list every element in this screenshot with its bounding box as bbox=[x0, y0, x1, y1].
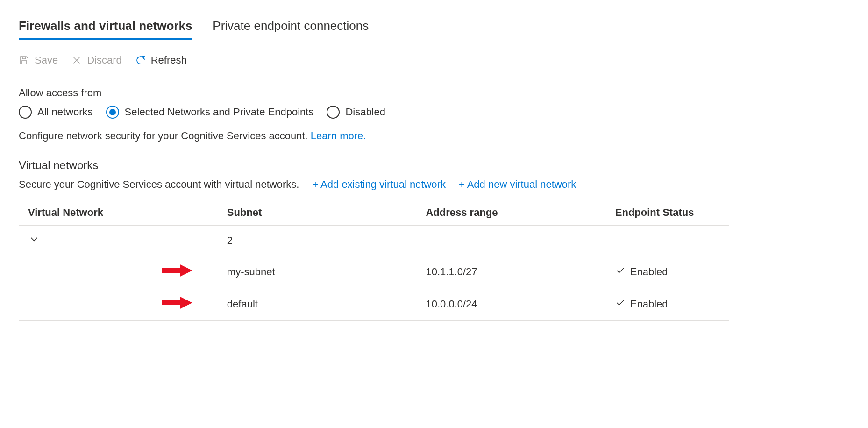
radio-all-label: All networks bbox=[37, 106, 93, 118]
add-new-vn-button[interactable]: + Add new virtual network bbox=[459, 178, 576, 191]
close-icon bbox=[71, 55, 82, 66]
radio-disabled[interactable]: Disabled bbox=[327, 106, 385, 119]
save-label: Save bbox=[35, 54, 58, 66]
table-row: my-subnet 10.1.1.0/27 Enabled bbox=[19, 256, 729, 288]
col-header-subnet: Subnet bbox=[227, 200, 426, 226]
access-radio-group: All networks Selected Networks and Priva… bbox=[19, 106, 849, 119]
description-line: Configure network security for your Cogn… bbox=[19, 130, 849, 142]
save-icon bbox=[19, 55, 30, 66]
radio-disabled-label: Disabled bbox=[345, 106, 385, 118]
radio-circle-icon bbox=[327, 106, 340, 119]
allow-access-label: Allow access from bbox=[19, 87, 849, 99]
radio-selected-label: Selected Networks and Private Endpoints bbox=[125, 106, 314, 118]
table-row: default 10.0.0.0/24 Enabled bbox=[19, 288, 729, 321]
vn-subheading-row: Secure your Cognitive Services account w… bbox=[19, 178, 849, 191]
svg-marker-2 bbox=[180, 264, 192, 277]
cell-status: Enabled bbox=[630, 266, 668, 278]
tab-bar: Firewalls and virtual networks Private e… bbox=[19, 19, 849, 40]
svg-rect-1 bbox=[162, 268, 180, 273]
svg-rect-3 bbox=[162, 300, 180, 305]
discard-label: Discard bbox=[87, 54, 122, 66]
col-header-vn: Virtual Network bbox=[19, 200, 227, 226]
svg-rect-0 bbox=[22, 61, 27, 64]
radio-circle-icon bbox=[106, 106, 119, 119]
tab-private-endpoints[interactable]: Private endpoint connections bbox=[213, 19, 369, 40]
chevron-down-icon bbox=[28, 233, 40, 245]
cell-addr: 10.0.0.0/24 bbox=[426, 288, 615, 321]
cell-subnet: my-subnet bbox=[227, 256, 426, 288]
save-button[interactable]: Save bbox=[19, 54, 58, 66]
check-icon bbox=[615, 265, 626, 278]
tab-firewalls[interactable]: Firewalls and virtual networks bbox=[19, 19, 192, 40]
arrow-right-annotation-icon bbox=[159, 264, 196, 280]
refresh-icon bbox=[135, 55, 146, 66]
radio-circle-icon bbox=[19, 106, 32, 119]
cell-status: Enabled bbox=[630, 298, 668, 310]
check-icon bbox=[615, 298, 626, 311]
group-subnet-count: 2 bbox=[227, 226, 426, 256]
svg-marker-4 bbox=[180, 297, 192, 309]
learn-more-link[interactable]: Learn more. bbox=[311, 130, 366, 142]
discard-button[interactable]: Discard bbox=[71, 54, 122, 66]
virtual-networks-table: Virtual Network Subnet Address range End… bbox=[19, 200, 729, 321]
cell-addr: 10.1.1.0/27 bbox=[426, 256, 615, 288]
cell-subnet: default bbox=[227, 288, 426, 321]
table-group-row[interactable]: 2 bbox=[19, 226, 729, 256]
add-existing-vn-button[interactable]: + Add existing virtual network bbox=[312, 178, 446, 191]
refresh-button[interactable]: Refresh bbox=[135, 54, 187, 66]
refresh-label: Refresh bbox=[151, 54, 187, 66]
radio-all-networks[interactable]: All networks bbox=[19, 106, 93, 119]
description-text: Configure network security for your Cogn… bbox=[19, 130, 311, 142]
vn-subheading-text: Secure your Cognitive Services account w… bbox=[19, 178, 299, 191]
col-header-status: Endpoint Status bbox=[615, 200, 729, 226]
table-header-row: Virtual Network Subnet Address range End… bbox=[19, 200, 729, 226]
arrow-right-annotation-icon bbox=[159, 296, 196, 313]
toolbar: Save Discard Refresh bbox=[19, 54, 849, 66]
col-header-addr: Address range bbox=[426, 200, 615, 226]
virtual-networks-heading: Virtual networks bbox=[19, 159, 849, 172]
radio-selected-networks[interactable]: Selected Networks and Private Endpoints bbox=[106, 106, 314, 119]
